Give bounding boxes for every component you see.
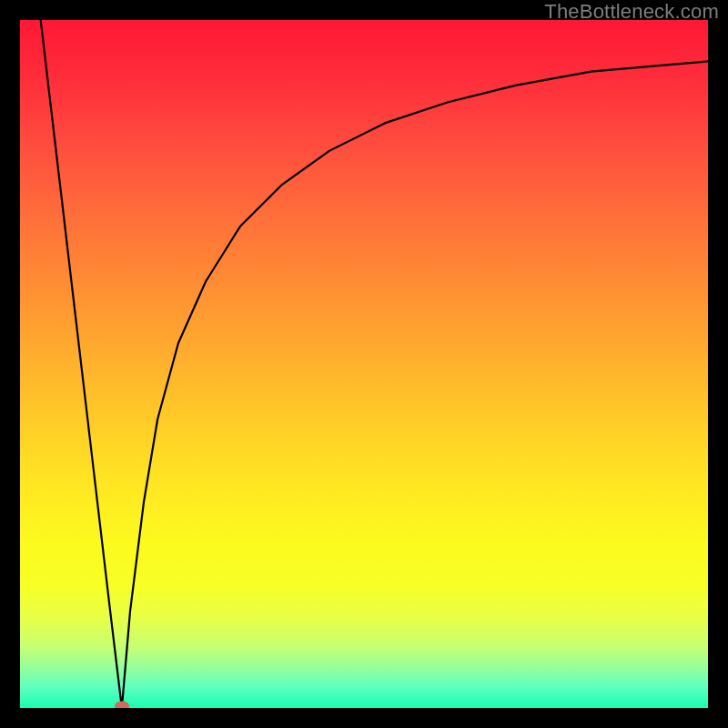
plot-area — [20, 20, 708, 708]
watermark-text: TheBottleneck.com — [544, 0, 719, 24]
optimal-point-marker — [115, 702, 129, 709]
chart-frame: TheBottleneck.com — [0, 0, 728, 728]
bottleneck-curve — [20, 20, 708, 708]
